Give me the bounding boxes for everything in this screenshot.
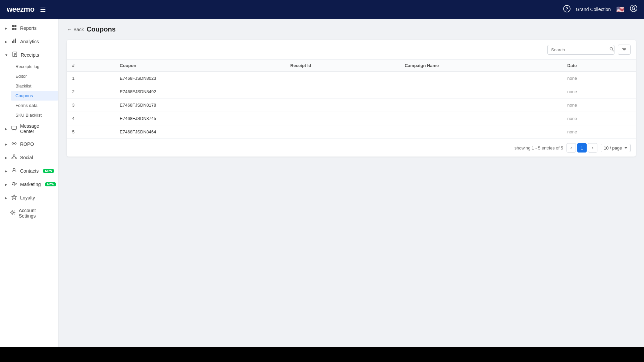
- marketing-icon: [11, 181, 17, 188]
- sidebar-item-analytics[interactable]: ▶ Analytics: [0, 35, 58, 48]
- sidebar-item-contacts[interactable]: ▶ Contacts NEW: [0, 164, 58, 178]
- sidebar-label-loyalty: Loyalty: [20, 195, 35, 200]
- row-num: 3: [67, 99, 114, 112]
- content-area: ← Back Coupons #: [59, 19, 644, 347]
- sidebar-item-sku-blacklist[interactable]: SKU Blacklist: [11, 110, 58, 120]
- chevron-right-icon: ▶: [5, 156, 7, 160]
- logo: weezmo: [7, 5, 35, 14]
- chevron-right-icon: ▶: [5, 169, 7, 173]
- svg-point-17: [15, 143, 16, 144]
- search-icon: [609, 47, 614, 53]
- receipts-log-label: Receipts log: [15, 64, 40, 69]
- col-num: #: [67, 60, 114, 72]
- sidebar-label-message-center: Message Center: [20, 123, 54, 134]
- svg-rect-10: [15, 39, 16, 43]
- sidebar-item-coupons[interactable]: Coupons: [11, 91, 58, 101]
- row-coupon: E7468FJSDN8464: [114, 125, 285, 139]
- chevron-right-icon: ▶: [5, 142, 7, 146]
- user-icon[interactable]: [630, 5, 637, 14]
- table-row: 4 E7468FJSDN8745 none: [67, 112, 636, 125]
- marketing-new-badge: NEW: [45, 182, 56, 186]
- row-campaign-name: [399, 99, 562, 112]
- sidebar-item-reports[interactable]: ▶ Reports: [0, 21, 58, 35]
- bottom-bar: [0, 347, 644, 362]
- help-icon[interactable]: ?: [563, 5, 571, 14]
- sidebar-item-receipts-log[interactable]: Receipts log: [11, 62, 58, 71]
- sidebar-label-ropo: ROPO: [20, 141, 34, 147]
- main-area: ▶ Reports ▶ Analytics ▼ Receipts Receipt…: [0, 19, 644, 347]
- row-campaign-name: [399, 85, 562, 99]
- svg-point-24: [13, 168, 15, 170]
- svg-point-19: [13, 155, 15, 157]
- sidebar: ▶ Reports ▶ Analytics ▼ Receipts Receipt…: [0, 19, 59, 347]
- sidebar-item-forms-data[interactable]: Forms data: [11, 101, 58, 110]
- svg-rect-8: [12, 41, 13, 43]
- row-receipt-id: [285, 72, 399, 85]
- svg-rect-15: [12, 126, 16, 129]
- page-1-button[interactable]: 1: [577, 143, 587, 153]
- sidebar-item-loyalty[interactable]: ▶ Loyalty: [0, 191, 58, 204]
- row-receipt-id: [285, 85, 399, 99]
- svg-line-22: [13, 156, 14, 158]
- contacts-icon: [11, 168, 17, 174]
- search-input[interactable]: [551, 47, 607, 52]
- svg-point-3: [633, 7, 635, 9]
- next-page-button[interactable]: ›: [588, 143, 597, 153]
- sidebar-item-receipts[interactable]: ▼ Receipts: [0, 48, 58, 62]
- coupons-table-card: # Coupon Receipt Id Campaign Name Date 1…: [67, 40, 636, 157]
- svg-point-20: [12, 158, 13, 159]
- row-num: 2: [67, 85, 114, 99]
- sidebar-item-marketing[interactable]: ▶ Marketing NEW: [0, 178, 58, 191]
- row-receipt-id: [285, 125, 399, 139]
- row-num: 5: [67, 125, 114, 139]
- loyalty-icon: [11, 194, 17, 201]
- row-coupon: E7468FJSDN8023: [114, 72, 285, 85]
- sidebar-label-marketing: Marketing: [20, 182, 41, 187]
- sidebar-item-social[interactable]: ▶ Social: [0, 151, 58, 164]
- svg-rect-4: [12, 25, 14, 27]
- row-receipt-id: [285, 99, 399, 112]
- sidebar-item-blacklist[interactable]: Blacklist: [11, 81, 58, 91]
- topnav-right: ? Grand Collection 🇺🇸: [563, 5, 637, 14]
- hamburger-icon[interactable]: ☰: [40, 5, 46, 13]
- back-arrow-icon: ←: [67, 26, 72, 33]
- sidebar-item-message-center[interactable]: ▶ Message Center: [0, 120, 58, 137]
- row-date: none: [562, 72, 636, 85]
- contacts-new-badge: NEW: [43, 169, 54, 173]
- svg-rect-6: [12, 28, 14, 30]
- prev-page-button[interactable]: ‹: [567, 143, 576, 153]
- row-receipt-id: [285, 112, 399, 125]
- svg-line-29: [612, 50, 614, 51]
- row-coupon: E7468FJSDN8178: [114, 99, 285, 112]
- sidebar-item-account-settings[interactable]: Account Settings: [0, 204, 58, 222]
- row-date: none: [562, 112, 636, 125]
- col-coupon: Coupon: [114, 60, 285, 72]
- flag-icon: 🇺🇸: [616, 5, 625, 13]
- svg-point-21: [15, 158, 16, 159]
- table-row: 3 E7468FJSDN8178 none: [67, 99, 636, 112]
- col-receipt-id: Receipt Id: [285, 60, 399, 72]
- svg-line-23: [15, 156, 15, 158]
- table-footer: showing 1 - 5 entries of 5 ‹ 1 › 10 / pa…: [67, 139, 636, 157]
- svg-marker-26: [12, 195, 16, 199]
- blacklist-label: Blacklist: [15, 83, 32, 88]
- topnav-left: weezmo ☰: [7, 5, 46, 14]
- search-wrapper: [547, 45, 614, 55]
- svg-rect-9: [13, 40, 14, 43]
- sidebar-label-receipts: Receipts: [21, 52, 39, 58]
- per-page-select[interactable]: 10 / page 25 / page 50 / page: [601, 144, 631, 152]
- showing-text: showing 1 - 5 entries of 5: [515, 145, 563, 150]
- editor-label: Editor: [15, 74, 27, 79]
- filter-button[interactable]: [618, 45, 631, 55]
- analytics-icon: [11, 38, 17, 45]
- chevron-right-icon: ▶: [5, 183, 7, 186]
- table-toolbar: [67, 40, 636, 60]
- sidebar-item-editor[interactable]: Editor: [11, 71, 58, 81]
- account-settings-icon: [10, 210, 15, 217]
- sidebar-item-ropo[interactable]: ▶ ROPO: [0, 137, 58, 151]
- row-campaign-name: [399, 112, 562, 125]
- row-date: none: [562, 99, 636, 112]
- svg-rect-7: [14, 28, 16, 30]
- back-link[interactable]: ← Back: [67, 26, 84, 33]
- ropo-icon: [11, 141, 17, 147]
